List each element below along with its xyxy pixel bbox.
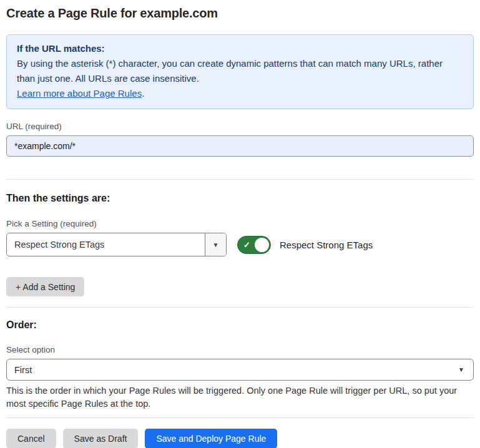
dropdown-arrow-button[interactable]: ▼ xyxy=(205,233,226,256)
info-callout-body: By using the asterisk (*) character, you… xyxy=(17,56,463,86)
info-callout-link-line: Learn more about Page Rules. xyxy=(17,86,463,101)
cancel-button[interactable]: Cancel xyxy=(6,429,56,448)
order-select-label: Select option xyxy=(6,345,474,354)
divider xyxy=(6,417,474,418)
learn-more-link[interactable]: Learn more about Page Rules xyxy=(17,88,142,99)
divider xyxy=(6,307,474,308)
footer-actions: Cancel Save as Draft Save and Deploy Pag… xyxy=(6,429,474,448)
url-match-info-callout: If the URL matches: By using the asteris… xyxy=(6,34,474,109)
chevron-down-icon: ▼ xyxy=(213,241,219,248)
check-icon: ✓ xyxy=(243,241,250,249)
create-page-rule-form: Create a Page Rule for example.com If th… xyxy=(0,0,480,448)
setting-dropdown-value: Respect Strong ETags xyxy=(7,233,205,256)
pick-setting-label: Pick a Setting (required) xyxy=(6,219,474,228)
order-section-heading: Order: xyxy=(6,319,474,331)
order-select[interactable]: First ▼ xyxy=(6,359,474,381)
settings-section-heading: Then the settings are: xyxy=(6,193,474,204)
order-help-text: This is the order in which your Page Rul… xyxy=(6,384,471,411)
url-field-label: URL (required) xyxy=(6,122,474,131)
link-suffix-period: . xyxy=(142,88,144,99)
setting-row: Respect Strong ETags ▼ ✓ Respect Strong … xyxy=(6,233,474,256)
url-input[interactable] xyxy=(6,135,474,157)
toggle-knob xyxy=(255,238,269,252)
respect-strong-etags-toggle[interactable]: ✓ xyxy=(237,236,271,254)
setting-dropdown[interactable]: Respect Strong ETags ▼ xyxy=(6,233,227,256)
save-as-draft-button[interactable]: Save as Draft xyxy=(63,429,139,448)
add-setting-button[interactable]: + Add a Setting xyxy=(6,277,84,296)
chevron-down-icon: ▼ xyxy=(458,366,464,373)
save-and-deploy-button[interactable]: Save and Deploy Page Rule xyxy=(145,429,277,448)
page-title: Create a Page Rule for example.com xyxy=(6,6,474,21)
order-select-value: First xyxy=(14,365,32,375)
info-callout-heading: If the URL matches: xyxy=(17,41,463,56)
divider xyxy=(6,179,474,180)
toggle-label: Respect Strong ETags xyxy=(280,240,373,250)
